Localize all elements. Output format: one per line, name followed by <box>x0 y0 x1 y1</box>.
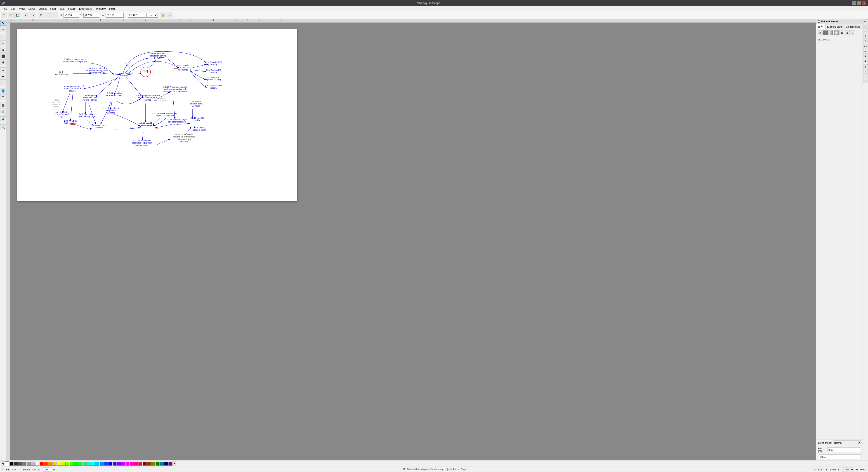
swatches-button[interactable]: ◉ <box>863 59 868 63</box>
eyedropper-tool[interactable]: 💧 <box>0 108 6 115</box>
swatch-gold[interactable] <box>53 462 57 466</box>
spiral-tool[interactable]: @ <box>0 59 6 65</box>
canvas-viewport[interactable]: 3.0.1 Regionalisation 2.9 Needs volume m… <box>10 23 816 460</box>
swatch-cornflower[interactable] <box>104 462 108 466</box>
menu-layer[interactable]: Layer <box>27 7 37 11</box>
swatch-rose[interactable] <box>138 462 143 466</box>
swatch-sky-blue[interactable] <box>95 462 99 466</box>
connector-tool[interactable]: ⚟ <box>0 117 6 122</box>
menu-path[interactable]: Path <box>49 7 58 11</box>
swatch-orange-red[interactable] <box>44 462 48 466</box>
swatch-spring-green[interactable] <box>78 462 82 466</box>
zoom-fit-button[interactable]: ⊞ <box>38 12 44 18</box>
close-panel-button[interactable]: × <box>863 79 868 83</box>
bucket-tool[interactable]: 🪣 <box>0 88 6 94</box>
3d-box-tool[interactable]: ⬛ <box>0 53 6 59</box>
palette-scroll-right[interactable]: ▶ <box>173 461 176 466</box>
tab-stroke-style[interactable]: Stroke style <box>844 24 862 29</box>
undo-button[interactable]: ↩ <box>23 12 29 18</box>
symbols-button[interactable]: ★ <box>863 54 868 58</box>
lock-aspect-button[interactable]: 🔒 <box>160 12 166 18</box>
swatch-turquoise[interactable] <box>87 462 91 466</box>
swatch-hot-pink[interactable] <box>130 462 134 466</box>
xml-editor-button[interactable]: <> <box>863 44 868 49</box>
gradient-tool[interactable]: ▦ <box>0 102 6 108</box>
unit-select[interactable]: cm <box>147 13 158 18</box>
zoom-select[interactable]: 175% <box>842 467 854 472</box>
zoom-tool[interactable]: 🔍 <box>0 124 6 130</box>
text-tool[interactable]: T <box>0 94 6 100</box>
swatch-dark-red[interactable] <box>143 462 147 466</box>
swatch-navy[interactable] <box>164 462 168 466</box>
menu-filters[interactable]: Filters <box>66 7 77 11</box>
swatch-dark-green[interactable] <box>156 462 160 466</box>
menu-extensions[interactable]: Extensions <box>77 7 94 11</box>
swatch-dark-purple[interactable] <box>168 462 173 466</box>
zoom-out-button[interactable]: − <box>52 12 58 18</box>
swatch-lime-green[interactable] <box>70 462 74 466</box>
opacity-status-input[interactable] <box>43 468 51 472</box>
snap-grid-button[interactable]: # <box>863 38 868 43</box>
swatch-midgray[interactable] <box>22 462 26 466</box>
swatch-gray[interactable] <box>18 462 22 466</box>
swatch-yellow[interactable] <box>57 462 61 466</box>
new-button[interactable]: □ <box>1 12 7 18</box>
menu-help[interactable]: Help <box>107 7 117 11</box>
flat-color-button[interactable] <box>823 30 828 35</box>
blend-mode-select[interactable]: Normal <box>833 440 861 445</box>
redo-button[interactable]: ↪ <box>30 12 36 18</box>
swatch-magenta[interactable] <box>125 462 129 466</box>
snap-guide-button[interactable]: | <box>863 34 868 38</box>
align-button[interactable]: ≡ <box>863 74 868 78</box>
pencil-tool[interactable]: ✏ <box>0 67 6 73</box>
swatch-black[interactable] <box>9 462 13 466</box>
swatch-deep-pink[interactable] <box>134 462 138 466</box>
tab-fill[interactable]: Fill <box>816 24 826 29</box>
swatch-yellow-green[interactable] <box>61 462 65 466</box>
y-coord-input[interactable] <box>84 13 99 18</box>
swatch-blue-violet[interactable] <box>113 462 117 466</box>
save-button[interactable]: 💾 <box>14 12 21 18</box>
radial-gradient-button[interactable] <box>834 30 839 35</box>
swatch-green[interactable] <box>74 462 78 466</box>
swatch-light-green[interactable] <box>65 462 69 466</box>
tab-stroke-paint[interactable]: Stroke paint <box>826 24 844 29</box>
menu-edit[interactable]: Edit <box>9 7 17 11</box>
star-tool[interactable]: ★ <box>0 47 6 53</box>
swatch-purple[interactable] <box>121 462 125 466</box>
opacity-input[interactable] <box>819 454 861 459</box>
h-coord-input[interactable] <box>128 13 146 18</box>
menu-text[interactable]: Text <box>58 7 66 11</box>
ellipse-tool[interactable]: ○ <box>0 40 6 46</box>
swatch-dodger-blue[interactable] <box>100 462 104 466</box>
swatch-teal[interactable] <box>160 462 164 466</box>
menu-view[interactable]: View <box>17 7 27 11</box>
select-tool[interactable]: ↖ <box>0 20 6 26</box>
swatch-silver[interactable] <box>31 462 35 466</box>
menu-object[interactable]: Object <box>37 7 49 11</box>
palette-scroll-left[interactable]: ◀ <box>1 461 4 466</box>
open-button[interactable]: 📂 <box>8 12 14 18</box>
panel-close-icon[interactable]: × <box>860 20 861 23</box>
no-paint-button[interactable]: × <box>817 30 823 35</box>
pen-tool[interactable]: ✒ <box>0 74 6 80</box>
zoom-in-button[interactable]: + <box>45 12 51 18</box>
blur-input[interactable] <box>827 447 861 452</box>
unset-paint-button[interactable]: ? <box>850 30 855 35</box>
rect-tool[interactable]: ▭ <box>0 34 6 40</box>
swatch-brown[interactable] <box>147 462 151 466</box>
linear-gradient-button[interactable] <box>829 30 833 35</box>
menu-file[interactable]: File <box>1 7 9 11</box>
palette-no-paint[interactable]: × <box>5 461 9 466</box>
minimize-button[interactable]: _ <box>852 1 856 5</box>
swatch-orange[interactable] <box>48 462 52 466</box>
swatch-button[interactable]: ◉ <box>845 30 850 35</box>
snap-nodes-button[interactable]: ⬦ <box>863 24 868 29</box>
text-flow-button[interactable]: T <box>863 64 868 69</box>
transform-button[interactable]: ↔ <box>166 12 173 18</box>
swatch-lightgray[interactable] <box>27 462 31 466</box>
w-coord-input[interactable] <box>105 13 124 18</box>
maximize-button[interactable]: □ <box>857 1 861 5</box>
swatch-darkgray[interactable] <box>14 462 18 466</box>
swatch-cyan[interactable] <box>91 462 95 466</box>
